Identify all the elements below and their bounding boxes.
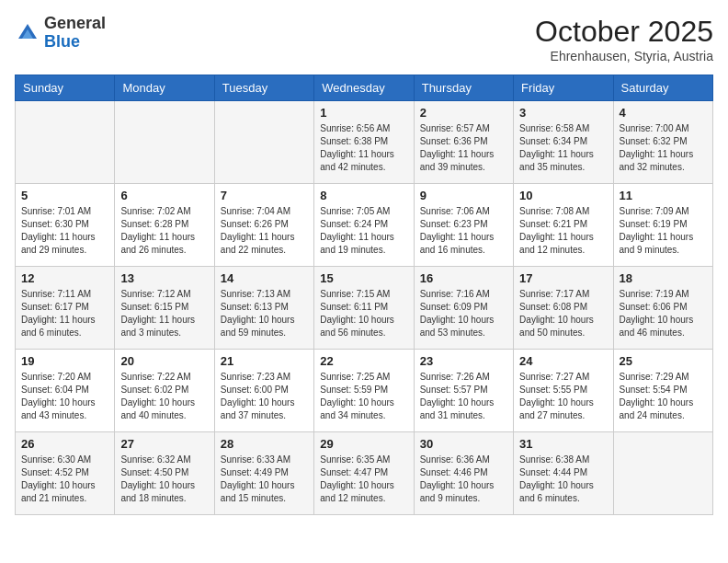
calendar-week-2: 5Sunrise: 7:01 AM Sunset: 6:30 PM Daylig… bbox=[16, 184, 713, 267]
day-info: Sunrise: 6:33 AM Sunset: 4:49 PM Dayligh… bbox=[221, 454, 308, 505]
day-info: Sunrise: 6:30 AM Sunset: 4:52 PM Dayligh… bbox=[21, 454, 108, 505]
day-number: 1 bbox=[320, 106, 407, 120]
day-number: 23 bbox=[420, 354, 507, 368]
day-info: Sunrise: 7:08 AM Sunset: 6:21 PM Dayligh… bbox=[519, 205, 607, 257]
col-monday: Monday bbox=[115, 75, 214, 101]
calendar-cell: 13Sunrise: 7:12 AM Sunset: 6:15 PM Dayli… bbox=[115, 267, 214, 350]
calendar-cell: 21Sunrise: 7:23 AM Sunset: 6:00 PM Dayli… bbox=[214, 350, 313, 432]
day-number: 10 bbox=[519, 189, 607, 202]
calendar-cell: 9Sunrise: 7:06 AM Sunset: 6:23 PM Daylig… bbox=[414, 184, 513, 267]
calendar-cell: 22Sunrise: 7:25 AM Sunset: 5:59 PM Dayli… bbox=[314, 350, 414, 432]
day-info: Sunrise: 7:09 AM Sunset: 6:19 PM Dayligh… bbox=[620, 205, 707, 257]
logo: General Blue bbox=[15, 15, 106, 52]
calendar-cell: 19Sunrise: 7:20 AM Sunset: 6:04 PM Dayli… bbox=[16, 350, 115, 432]
calendar-week-3: 12Sunrise: 7:11 AM Sunset: 6:17 PM Dayli… bbox=[16, 267, 713, 350]
calendar-cell: 15Sunrise: 7:15 AM Sunset: 6:11 PM Dayli… bbox=[314, 267, 414, 350]
day-info: Sunrise: 7:20 AM Sunset: 6:04 PM Dayligh… bbox=[21, 371, 108, 422]
calendar-cell: 17Sunrise: 7:17 AM Sunset: 6:08 PM Dayli… bbox=[514, 267, 613, 350]
day-info: Sunrise: 7:26 AM Sunset: 5:57 PM Dayligh… bbox=[420, 371, 507, 422]
calendar-cell: 12Sunrise: 7:11 AM Sunset: 6:17 PM Dayli… bbox=[16, 267, 115, 350]
calendar-cell: 23Sunrise: 7:26 AM Sunset: 5:57 PM Dayli… bbox=[414, 350, 513, 432]
day-info: Sunrise: 6:57 AM Sunset: 6:36 PM Dayligh… bbox=[420, 122, 507, 174]
calendar-cell: 29Sunrise: 6:35 AM Sunset: 4:47 PM Dayli… bbox=[314, 432, 414, 515]
day-number: 8 bbox=[320, 189, 407, 202]
day-number: 11 bbox=[620, 189, 707, 202]
day-info: Sunrise: 7:29 AM Sunset: 5:54 PM Dayligh… bbox=[620, 371, 707, 422]
day-info: Sunrise: 7:15 AM Sunset: 6:11 PM Dayligh… bbox=[320, 288, 407, 339]
calendar-cell: 1Sunrise: 6:56 AM Sunset: 6:38 PM Daylig… bbox=[314, 101, 414, 184]
calendar-week-4: 19Sunrise: 7:20 AM Sunset: 6:04 PM Dayli… bbox=[16, 350, 713, 432]
col-wednesday: Wednesday bbox=[314, 75, 414, 101]
calendar-cell: 4Sunrise: 7:00 AM Sunset: 6:32 PM Daylig… bbox=[613, 101, 712, 184]
day-number: 13 bbox=[120, 271, 208, 285]
col-saturday: Saturday bbox=[613, 75, 712, 101]
day-info: Sunrise: 6:35 AM Sunset: 4:47 PM Dayligh… bbox=[320, 454, 407, 505]
calendar-cell: 6Sunrise: 7:02 AM Sunset: 6:28 PM Daylig… bbox=[115, 184, 214, 267]
logo-general-text: General bbox=[44, 14, 106, 32]
day-number: 15 bbox=[320, 271, 407, 285]
day-info: Sunrise: 7:13 AM Sunset: 6:13 PM Dayligh… bbox=[221, 288, 308, 339]
day-number: 26 bbox=[21, 437, 108, 451]
calendar-cell: 20Sunrise: 7:22 AM Sunset: 6:02 PM Dayli… bbox=[115, 350, 214, 432]
day-info: Sunrise: 7:17 AM Sunset: 6:08 PM Dayligh… bbox=[519, 288, 607, 339]
day-number: 6 bbox=[120, 189, 208, 202]
day-info: Sunrise: 7:16 AM Sunset: 6:09 PM Dayligh… bbox=[420, 288, 507, 339]
location: Ehrenhausen, Styria, Austria bbox=[535, 49, 713, 63]
day-info: Sunrise: 6:36 AM Sunset: 4:46 PM Dayligh… bbox=[420, 454, 507, 505]
calendar-cell: 8Sunrise: 7:05 AM Sunset: 6:24 PM Daylig… bbox=[314, 184, 414, 267]
page-header: General Blue October 2025 Ehrenhausen, S… bbox=[15, 15, 713, 63]
day-number: 21 bbox=[221, 354, 308, 368]
col-friday: Friday bbox=[514, 75, 613, 101]
day-number: 14 bbox=[221, 271, 308, 285]
day-number: 7 bbox=[221, 189, 308, 202]
calendar-cell: 25Sunrise: 7:29 AM Sunset: 5:54 PM Dayli… bbox=[613, 350, 712, 432]
day-info: Sunrise: 7:11 AM Sunset: 6:17 PM Dayligh… bbox=[21, 288, 108, 339]
day-number: 2 bbox=[420, 106, 507, 120]
calendar-cell: 2Sunrise: 6:57 AM Sunset: 6:36 PM Daylig… bbox=[414, 101, 513, 184]
day-info: Sunrise: 7:05 AM Sunset: 6:24 PM Dayligh… bbox=[320, 205, 407, 257]
day-number: 19 bbox=[21, 354, 108, 368]
day-number: 25 bbox=[620, 354, 707, 368]
calendar-cell: 3Sunrise: 6:58 AM Sunset: 6:34 PM Daylig… bbox=[514, 101, 613, 184]
day-info: Sunrise: 6:58 AM Sunset: 6:34 PM Dayligh… bbox=[519, 122, 607, 174]
day-info: Sunrise: 7:25 AM Sunset: 5:59 PM Dayligh… bbox=[320, 371, 407, 422]
day-number: 18 bbox=[620, 271, 707, 285]
day-info: Sunrise: 7:19 AM Sunset: 6:06 PM Dayligh… bbox=[620, 288, 707, 339]
day-number: 17 bbox=[519, 271, 607, 285]
col-tuesday: Tuesday bbox=[214, 75, 313, 101]
day-info: Sunrise: 6:56 AM Sunset: 6:38 PM Dayligh… bbox=[320, 122, 407, 174]
title-block: October 2025 Ehrenhausen, Styria, Austri… bbox=[535, 15, 713, 63]
day-number: 5 bbox=[21, 189, 108, 202]
day-number: 22 bbox=[320, 354, 407, 368]
day-info: Sunrise: 7:12 AM Sunset: 6:15 PM Dayligh… bbox=[120, 288, 208, 339]
month-title: October 2025 bbox=[535, 15, 713, 49]
calendar-cell: 14Sunrise: 7:13 AM Sunset: 6:13 PM Dayli… bbox=[214, 267, 313, 350]
col-thursday: Thursday bbox=[414, 75, 513, 101]
day-info: Sunrise: 7:02 AM Sunset: 6:28 PM Dayligh… bbox=[120, 205, 208, 257]
calendar-table: Sunday Monday Tuesday Wednesday Thursday… bbox=[15, 75, 713, 515]
day-info: Sunrise: 7:04 AM Sunset: 6:26 PM Dayligh… bbox=[221, 205, 308, 257]
calendar-cell: 30Sunrise: 6:36 AM Sunset: 4:46 PM Dayli… bbox=[414, 432, 513, 515]
day-info: Sunrise: 7:22 AM Sunset: 6:02 PM Dayligh… bbox=[120, 371, 208, 422]
day-info: Sunrise: 6:32 AM Sunset: 4:50 PM Dayligh… bbox=[120, 454, 208, 505]
day-number: 3 bbox=[519, 106, 607, 120]
col-sunday: Sunday bbox=[16, 75, 115, 101]
calendar-cell: 31Sunrise: 6:38 AM Sunset: 4:44 PM Dayli… bbox=[514, 432, 613, 515]
day-number: 31 bbox=[519, 437, 607, 451]
calendar-cell bbox=[16, 101, 115, 184]
calendar-header-row: Sunday Monday Tuesday Wednesday Thursday… bbox=[16, 75, 713, 101]
calendar-cell: 28Sunrise: 6:33 AM Sunset: 4:49 PM Dayli… bbox=[214, 432, 313, 515]
calendar-cell bbox=[115, 101, 214, 184]
day-number: 30 bbox=[420, 437, 507, 451]
day-info: Sunrise: 7:23 AM Sunset: 6:00 PM Dayligh… bbox=[221, 371, 308, 422]
calendar-cell: 5Sunrise: 7:01 AM Sunset: 6:30 PM Daylig… bbox=[16, 184, 115, 267]
calendar-cell: 10Sunrise: 7:08 AM Sunset: 6:21 PM Dayli… bbox=[514, 184, 613, 267]
day-number: 20 bbox=[120, 354, 208, 368]
calendar-week-1: 1Sunrise: 6:56 AM Sunset: 6:38 PM Daylig… bbox=[16, 101, 713, 184]
day-number: 16 bbox=[420, 271, 507, 285]
calendar-cell: 11Sunrise: 7:09 AM Sunset: 6:19 PM Dayli… bbox=[613, 184, 712, 267]
day-info: Sunrise: 7:01 AM Sunset: 6:30 PM Dayligh… bbox=[21, 205, 108, 257]
day-number: 27 bbox=[120, 437, 208, 451]
calendar-cell: 24Sunrise: 7:27 AM Sunset: 5:55 PM Dayli… bbox=[514, 350, 613, 432]
calendar-cell: 18Sunrise: 7:19 AM Sunset: 6:06 PM Dayli… bbox=[613, 267, 712, 350]
